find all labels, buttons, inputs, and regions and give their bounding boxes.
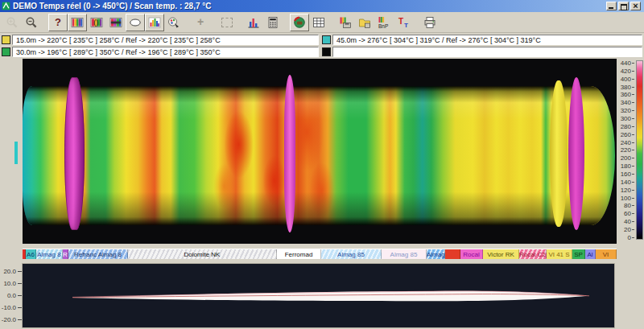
scale-tick: 280: [617, 123, 634, 130]
profile-ytick: -10.0: [0, 303, 22, 311]
scale-tick: 100: [617, 195, 634, 202]
toolbar-separator: [237, 14, 244, 31]
legend-left: 15.0m -> 220°C [ 235°C ] 258°C / Ref -> …: [2, 33, 319, 58]
calculator-icon[interactable]: [263, 14, 283, 31]
scale-tick-mark: [632, 166, 634, 167]
scale-tick: 420: [617, 68, 634, 75]
svg-text:T: T: [398, 17, 403, 26]
scale-tick: 200: [617, 154, 634, 162]
scan-view: 4404204003803603403203002802602402202001…: [0, 58, 644, 245]
toolbar: ?()+BnPTT: [0, 12, 644, 33]
scale-tick: 400: [617, 76, 634, 83]
palette-globe-icon[interactable]: [164, 14, 184, 31]
target-icon[interactable]: [290, 14, 309, 31]
scale-tick: 20: [617, 226, 634, 233]
profile-ytick-mark: [18, 283, 22, 284]
scale-tick-label: 220: [621, 146, 631, 154]
legend-field[interactable]: [332, 47, 642, 57]
text-tool-icon[interactable]: TT: [394, 14, 413, 31]
scale-tick-label: 380: [621, 84, 631, 91]
restore-icon[interactable]: [618, 2, 629, 10]
legend-field[interactable]: 15.0m -> 220°C [ 235°C ] 258°C / Ref -> …: [12, 35, 319, 45]
selection-rect-icon[interactable]: [217, 14, 237, 31]
scale-tick-mark: [632, 158, 634, 158]
kiln-ring-yellow: [550, 80, 568, 227]
zoom-out-icon[interactable]: [22, 14, 41, 31]
thermal-binocular-icon[interactable]: (): [87, 14, 106, 31]
scale-tick-label: 440: [621, 60, 631, 67]
print-icon[interactable]: [420, 14, 440, 31]
svg-text:BnP: BnP: [378, 23, 388, 28]
export-save-icon[interactable]: [355, 14, 374, 31]
scale-tick-mark: [632, 229, 634, 230]
bnp-icon[interactable]: BnP: [374, 14, 394, 31]
thermal-view-icon[interactable]: [68, 14, 87, 31]
add-icon[interactable]: +: [191, 14, 210, 31]
legend-right: 45.0m -> 276°C [ 304°C ] 319°C / Ref -> …: [322, 33, 642, 58]
profile-ytick: 0.0: [0, 291, 22, 299]
profile-ytick: 20.0: [0, 267, 22, 275]
profile-ytick-label: -20.0: [2, 316, 16, 323]
profile-ytick-label: 0.0: [7, 292, 16, 299]
profile-save-icon[interactable]: [336, 14, 355, 31]
help-icon[interactable]: ?: [48, 14, 68, 31]
profile-ytick-mark: [18, 319, 22, 320]
scale-tick: 160: [617, 171, 634, 178]
legend-field[interactable]: 30.0m -> 196°C [ 289°C ] 350°C / Ref -> …: [12, 47, 319, 57]
scale-tick-label: 420: [621, 68, 631, 75]
legend-swatch[interactable]: [322, 47, 331, 56]
legend-row-left-0: 15.0m -> 220°C [ 235°C ] 258°C / Ref -> …: [2, 35, 319, 45]
scale-tick-mark: [632, 102, 634, 103]
scale-tick: 300: [617, 115, 634, 122]
scale-tick-mark: [632, 237, 634, 238]
thermal-canvas[interactable]: [23, 59, 617, 244]
scale-tick-mark: [632, 110, 634, 111]
legend-panel: 15.0m -> 220°C [ 235°C ] 258°C / Ref -> …: [0, 33, 644, 58]
legend-row-right-1: [322, 47, 642, 57]
scale-tick-label: 0: [628, 234, 631, 241]
scale-tick: 240: [617, 139, 634, 146]
title-bar[interactable]: DEMO Temps réel (0 -> 450°C) / Scan temp…: [0, 0, 644, 12]
kiln-tyre-2: [284, 75, 295, 232]
scale-tick: 120: [617, 187, 634, 194]
legend-swatch[interactable]: [2, 35, 10, 44]
histogram-icon[interactable]: [145, 14, 164, 31]
scale-tick-mark: [632, 198, 634, 199]
scale-tick-label: 360: [621, 91, 631, 98]
legend-swatch[interactable]: [322, 35, 331, 44]
bar-chart-icon[interactable]: [244, 14, 263, 31]
scale-tick-label: 340: [621, 99, 631, 106]
window-controls: [606, 2, 641, 10]
scale-tick-mark: [632, 213, 634, 214]
legend-swatch[interactable]: [2, 47, 10, 56]
scale-tick-mark: [632, 87, 634, 88]
scale-tick-mark: [632, 63, 634, 64]
kiln-tyre-1: [64, 77, 85, 230]
legend-row-right-0: 45.0m -> 276°C [ 304°C ] 319°C / Ref -> …: [322, 35, 642, 45]
zoom-in-icon[interactable]: [2, 14, 22, 31]
legend-field[interactable]: 45.0m -> 276°C [ 304°C ] 319°C / Ref -> …: [332, 35, 642, 45]
scale-tick-label: 240: [621, 139, 631, 146]
svg-text:(): (): [93, 19, 98, 27]
profile-ytick-mark: [18, 295, 22, 296]
ellipse-tool-icon[interactable]: [126, 14, 145, 31]
scale-tick-mark: [632, 174, 634, 175]
scale-tick: 380: [617, 84, 634, 91]
scale-tick-mark: [632, 126, 634, 127]
minimize-icon[interactable]: [606, 2, 617, 10]
profile-ytick-mark: [18, 307, 22, 308]
profile-plot[interactable]: [23, 264, 614, 327]
thermal-band-icon[interactable]: [106, 14, 126, 31]
toolbar-separator: [41, 14, 48, 31]
scale-tick: 320: [617, 107, 634, 114]
scale-tick: 220: [617, 146, 634, 154]
toolbar-separator: [210, 14, 217, 31]
scale-tick-mark: [632, 182, 634, 183]
scale-tick-mark: [632, 190, 634, 191]
scale-ticks: 4404204003803603403203002802602402202001…: [617, 60, 634, 241]
scale-tick-mark: [632, 134, 634, 135]
close-icon[interactable]: [630, 2, 641, 10]
scale-tick-label: 200: [621, 154, 631, 162]
grid-table-icon[interactable]: [309, 14, 328, 31]
scale-tick-mark: [632, 94, 634, 95]
